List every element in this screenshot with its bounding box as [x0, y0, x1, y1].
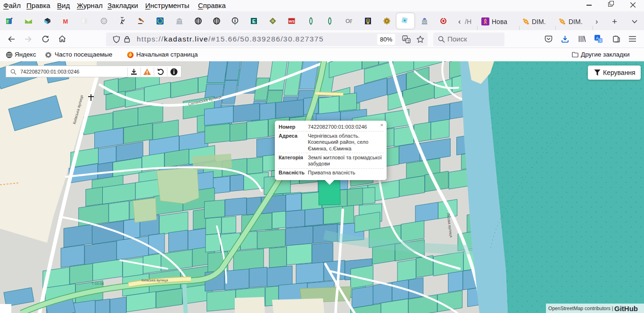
svg-text:WS: WS [289, 19, 295, 24]
svg-text:F: F [7, 19, 9, 24]
svg-text:M: M [63, 18, 68, 25]
svg-text:文: 文 [599, 39, 603, 42]
svg-text:文: 文 [407, 39, 410, 43]
svg-text:Т-10-08: Т-10-08 [91, 281, 104, 286]
svg-text:E: E [252, 18, 256, 24]
svg-text:Київська вулиця: Київська вулиця [141, 278, 168, 282]
